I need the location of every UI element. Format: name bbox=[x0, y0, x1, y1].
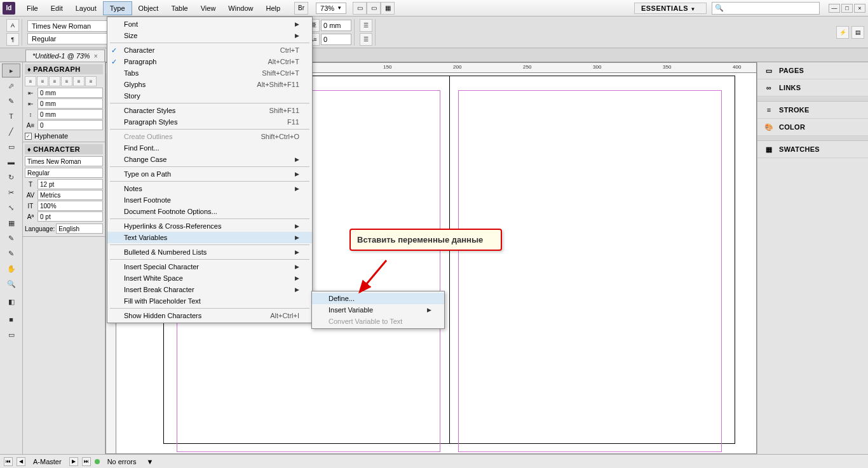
menu-layout[interactable]: Layout bbox=[69, 2, 103, 15]
list-icon[interactable]: ☰ bbox=[360, 33, 372, 46]
char-format-icon[interactable]: A bbox=[6, 19, 19, 32]
menu-doc-footnote[interactable]: Document Footnote Options... bbox=[107, 206, 312, 217]
direct-select-tool[interactable]: ⬀ bbox=[2, 79, 20, 93]
zoom-select[interactable]: 73%▼ bbox=[316, 3, 346, 14]
size-value[interactable]: 12 pt bbox=[37, 179, 103, 189]
justify-left[interactable]: ≡ bbox=[61, 76, 72, 86]
menu-bulleted[interactable]: Bulleted & Numbered Lists▶ bbox=[107, 246, 312, 258]
rotate-tool[interactable]: ↻ bbox=[2, 170, 20, 184]
zoom-tool[interactable]: 🔍 bbox=[2, 277, 20, 291]
rect-tool[interactable]: ▬ bbox=[2, 155, 20, 169]
document-tab[interactable]: *Untitled-1 @ 73% × bbox=[25, 50, 105, 62]
kern-value[interactable]: Metrics bbox=[37, 190, 103, 200]
links-panel[interactable]: ∞LINKS bbox=[757, 79, 868, 97]
maximize-button[interactable]: □ bbox=[841, 4, 853, 13]
menu-find-font[interactable]: Find Font... bbox=[107, 142, 312, 154]
page-label[interactable]: A-Master bbox=[29, 458, 65, 465]
type-tool[interactable]: T bbox=[2, 109, 20, 123]
mode-toggle[interactable]: ▭ bbox=[2, 328, 20, 342]
menu-font[interactable]: Font▶ bbox=[107, 18, 312, 30]
menu-file[interactable]: File bbox=[20, 2, 44, 15]
menu-insert-break[interactable]: Insert Break Character▶ bbox=[107, 284, 312, 295]
menu-character[interactable]: ✓CharacterCtrl+T bbox=[107, 44, 312, 56]
align-center[interactable]: ≡ bbox=[37, 76, 48, 86]
dropcap-value[interactable]: 0 bbox=[37, 120, 103, 130]
font-select[interactable]: Times New Roman bbox=[25, 156, 103, 166]
selection-tool[interactable]: ▸ bbox=[2, 64, 20, 77]
menu-paragraph[interactable]: ✓ParagraphAlt+Ctrl+T bbox=[107, 56, 312, 67]
dropper-tool[interactable]: ✎ bbox=[2, 246, 20, 260]
menu-hyperlinks[interactable]: Hyperlinks & Cross-References▶ bbox=[107, 220, 312, 232]
menu-type-on-path[interactable]: Type on a Path▶ bbox=[107, 168, 312, 180]
search-input[interactable]: 🔍 bbox=[712, 2, 820, 15]
transform-tool[interactable]: ⤡ bbox=[2, 201, 20, 215]
menu-object[interactable]: Object bbox=[132, 2, 165, 15]
note-tool[interactable]: ✎ bbox=[2, 231, 20, 245]
list-icon[interactable]: ☰ bbox=[360, 19, 372, 32]
justify-center[interactable]: ≡ bbox=[73, 76, 85, 86]
indent-value[interactable]: 0 mm bbox=[37, 88, 103, 98]
gradient-tool[interactable]: ▦ bbox=[2, 216, 20, 230]
view-option-1[interactable]: ▭ bbox=[353, 2, 367, 15]
menu-help[interactable]: Help bbox=[259, 2, 287, 15]
menu-story[interactable]: Story bbox=[107, 90, 312, 102]
color-panel[interactable]: 🎨COLOR bbox=[757, 119, 868, 136]
menu-change-case[interactable]: Change Case▶ bbox=[107, 154, 312, 165]
aki-input[interactable]: 0 mm bbox=[321, 20, 351, 31]
scale-value[interactable]: 100% bbox=[37, 201, 103, 211]
align-right[interactable]: ≡ bbox=[49, 76, 60, 86]
scissors-tool[interactable]: ✂ bbox=[2, 185, 20, 199]
menu-size[interactable]: Size▶ bbox=[107, 30, 312, 41]
baseline-value[interactable]: 0 pt bbox=[37, 211, 103, 222]
line-tool[interactable]: ╱ bbox=[2, 124, 20, 138]
last-page-button[interactable]: ⏭ bbox=[82, 457, 91, 466]
menu-type[interactable]: Type bbox=[103, 1, 132, 15]
bridge-button[interactable]: Br bbox=[294, 2, 308, 15]
flash-icon[interactable]: ⚡ bbox=[836, 26, 849, 39]
panel-title[interactable]: ♦CHARACTER bbox=[25, 144, 103, 154]
frame-tool[interactable]: ▭ bbox=[2, 140, 20, 154]
color-toggle[interactable]: ■ bbox=[2, 312, 20, 326]
menu-insert-white[interactable]: Insert White Space▶ bbox=[107, 272, 312, 284]
pen-tool[interactable]: ✎ bbox=[2, 94, 20, 108]
style-select[interactable]: Regular bbox=[25, 168, 103, 178]
close-button[interactable]: × bbox=[854, 4, 865, 13]
hand-tool[interactable]: ✋ bbox=[2, 262, 20, 276]
menu-edit[interactable]: Edit bbox=[44, 2, 69, 15]
panel-menu-icon[interactable]: ▤ bbox=[851, 26, 864, 39]
menu-view[interactable]: View bbox=[194, 2, 222, 15]
minimize-button[interactable]: — bbox=[829, 4, 840, 13]
fill-toggle[interactable]: ◧ bbox=[2, 292, 20, 311]
menu-notes[interactable]: Notes▶ bbox=[107, 183, 312, 194]
menu-glyphs[interactable]: GlyphsAlt+Shift+F11 bbox=[107, 79, 312, 90]
menu-char-styles[interactable]: Character StylesShift+F11 bbox=[107, 105, 312, 116]
menu-para-styles[interactable]: Paragraph StylesF11 bbox=[107, 116, 312, 128]
para-format-icon[interactable]: ¶ bbox=[6, 33, 19, 46]
close-icon[interactable]: × bbox=[94, 53, 98, 60]
menu-table[interactable]: Table bbox=[165, 2, 194, 15]
menu-window[interactable]: Window bbox=[222, 2, 259, 15]
submenu-insert-variable[interactable]: Insert Variable▶ bbox=[312, 304, 444, 316]
status-caret[interactable]: ▼ bbox=[146, 458, 153, 465]
menu-insert-special[interactable]: Insert Special Character▶ bbox=[107, 261, 312, 272]
pages-panel[interactable]: ▭PAGES bbox=[757, 62, 868, 79]
submenu-define[interactable]: Define... bbox=[312, 293, 444, 304]
swatches-panel[interactable]: ▦SWATCHES bbox=[757, 141, 868, 158]
menu-tabs[interactable]: TabsShift+Ctrl+T bbox=[107, 67, 312, 79]
hyphenate-checkbox[interactable]: ✓Hyphenate bbox=[25, 132, 103, 140]
space-value[interactable]: 0 mm bbox=[37, 109, 103, 119]
align-left[interactable]: ≡ bbox=[25, 76, 36, 86]
menu-show-hidden[interactable]: Show Hidden CharactersAlt+Ctrl+I bbox=[107, 310, 312, 321]
panel-title[interactable]: ♦PARAGRAPH bbox=[25, 64, 103, 74]
menu-insert-footnote[interactable]: Insert Footnote bbox=[107, 194, 312, 206]
next-page-button[interactable]: ▶ bbox=[69, 457, 78, 466]
stroke-panel[interactable]: ≡STROKE bbox=[757, 102, 868, 119]
firstline-value[interactable]: 0 mm bbox=[37, 98, 103, 109]
justify-right[interactable]: ≡ bbox=[85, 76, 97, 86]
menu-text-variables[interactable]: Text Variables▶ bbox=[107, 232, 312, 243]
view-option-3[interactable]: ▦ bbox=[381, 2, 395, 15]
dropcap-input[interactable]: 0 bbox=[321, 34, 351, 45]
menu-fill-placeholder[interactable]: Fill with Placeholder Text bbox=[107, 295, 312, 307]
prev-page-button[interactable]: ◀ bbox=[17, 457, 25, 466]
lang-select[interactable]: English bbox=[56, 224, 103, 234]
